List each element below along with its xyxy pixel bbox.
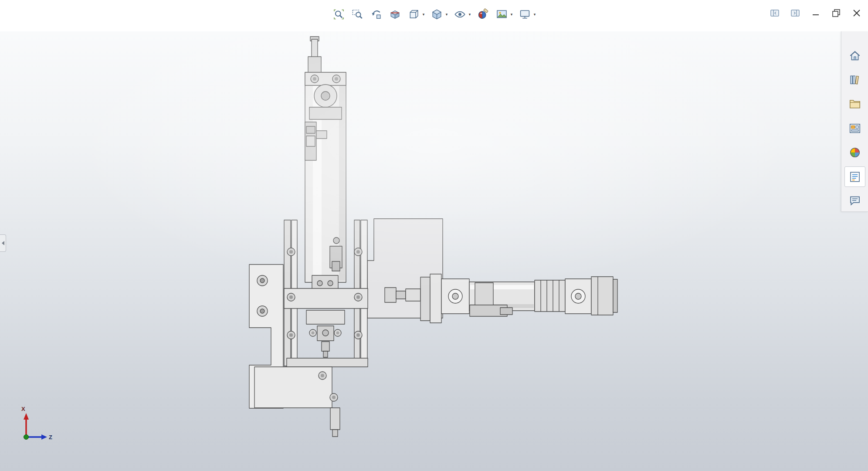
previous-view-icon [370,8,383,20]
toggle-pane-right-button[interactable] [788,6,802,20]
featuremanager-flyout-tab[interactable] [0,234,6,252]
display-style-icon [431,8,443,20]
appearances-ball-icon [848,146,861,159]
home-icon [848,49,861,62]
tab-solidworks-resources[interactable] [844,45,865,66]
task-pane-tabs [841,31,868,212]
window-controls [768,6,864,20]
apply-scene-button[interactable] [494,5,510,24]
hide-show-items-button[interactable] [452,5,468,24]
forum-chat-icon [848,194,861,207]
view-settings-icon [519,8,531,20]
flyout-arrow-icon [2,241,4,245]
apply-scene-icon [496,8,508,20]
hide-show-items-dropdown-arrow[interactable]: ▾ [467,5,473,24]
close-button[interactable] [850,6,864,20]
zoom-to-fit-icon [333,8,345,20]
folder-icon [848,98,861,111]
minimize-icon [810,8,821,18]
apply-scene-dropdown-arrow[interactable]: ▾ [509,5,515,24]
tab-file-explorer[interactable] [844,94,865,115]
tab-design-library[interactable] [844,70,865,91]
books-icon [848,73,861,86]
graphics-viewport[interactable]: X Z [0,0,868,471]
section-view-icon [389,8,401,20]
view-orientation-button[interactable] [406,5,422,24]
zoom-to-fit-button[interactable] [331,5,347,24]
view-palette-icon [848,122,861,135]
cad-assembly-model [0,0,868,471]
heads-up-toolbar: ▾ ▾ ▾ [331,5,538,24]
toggle-pane-left-icon [770,8,780,18]
edit-appearance-button[interactable] [475,5,492,24]
section-view-button[interactable] [387,5,403,24]
display-style-dropdown-arrow[interactable]: ▾ [444,5,450,24]
view-settings-dropdown-arrow[interactable]: ▾ [532,5,538,24]
toggle-pane-left-button[interactable] [768,6,782,20]
previous-view-button[interactable] [368,5,385,24]
close-icon [851,8,862,18]
apply-scene-group: ▾ [494,5,515,24]
toggle-pane-right-icon [790,8,800,18]
view-orientation-icon [408,8,420,20]
custom-properties-icon [848,170,861,183]
hide-show-items-icon [454,8,466,20]
view-orientation-group: ▾ [406,5,427,24]
tab-solidworks-forum[interactable] [844,190,865,211]
restore-button[interactable] [829,6,843,20]
titlebar: ▾ ▾ ▾ [0,0,868,31]
display-style-button[interactable] [429,5,445,24]
tab-view-palette[interactable] [844,118,865,139]
view-orientation-dropdown-arrow[interactable]: ▾ [421,5,427,24]
zoom-to-area-icon [352,8,364,20]
tab-custom-properties[interactable] [844,166,865,187]
zoom-to-area-button[interactable] [349,5,366,24]
restore-icon [831,8,841,18]
view-settings-button[interactable] [517,5,533,24]
tab-appearances-scenes[interactable] [844,142,865,163]
minimize-button[interactable] [809,6,823,20]
display-style-group: ▾ [429,5,450,24]
hide-show-items-group: ▾ [452,5,473,24]
view-settings-group: ▾ [517,5,538,24]
edit-appearance-icon [477,8,489,20]
